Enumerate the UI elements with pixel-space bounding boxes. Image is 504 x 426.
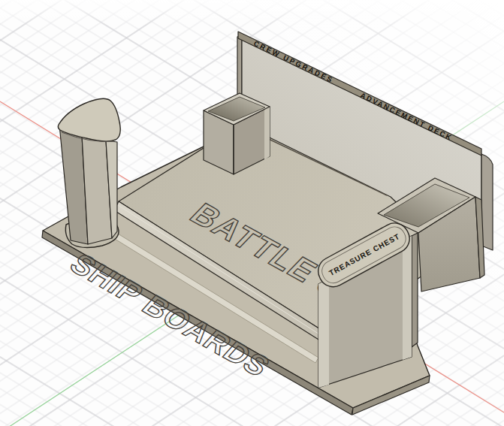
pillar-right-side-face	[412, 233, 418, 347]
viewport-canvas[interactable]: CREW UPGRADES ADVANCEMENT DECK SHIP BOAR…	[0, 0, 504, 426]
triangle-post[interactable]	[58, 98, 120, 247]
pillar-right-edge-highlight	[403, 236, 412, 360]
pillar-left-edge-highlight	[318, 279, 329, 388]
cad-viewport[interactable]: CREW UPGRADES ADVANCEMENT DECK SHIP BOAR…	[0, 0, 504, 426]
box-corner-highlight	[264, 107, 270, 160]
